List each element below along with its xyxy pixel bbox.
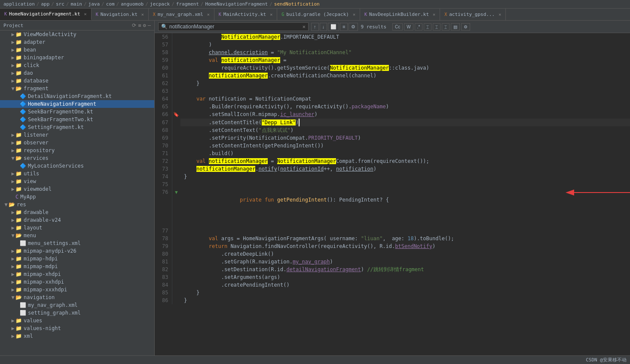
search-opt-cc[interactable]: Cc bbox=[392, 23, 403, 31]
tab-navdeeplink[interactable]: K NavDeepLinkBuilder.kt ✕ bbox=[360, 9, 440, 20]
sidebar-header: Project ⟳ ≡ ⚙ — bbox=[0, 21, 154, 31]
tree-item-mipmap-anydpi[interactable]: ▶ 📁 mipmap-anydpi-v26 bbox=[0, 247, 154, 255]
tab-buildgradle[interactable]: G build.gradle (Jecpack) ✕ bbox=[277, 9, 360, 20]
tree-item-values-night[interactable]: ▶ 📁 values-night bbox=[0, 324, 154, 332]
breadcrumb-jecpack[interactable]: jecpack bbox=[150, 1, 170, 7]
tab-close-gradle[interactable]: ✕ bbox=[353, 12, 355, 17]
tab-label-deep: NavDeepLinkBuilder.kt bbox=[369, 12, 429, 17]
tab-close-deep[interactable]: ✕ bbox=[433, 12, 435, 17]
tree-item-menu[interactable]: ▼ 📂 menu bbox=[0, 232, 154, 239]
tree-item-biningadapter[interactable]: ▶ 📁 biningadapter bbox=[0, 54, 154, 61]
line-row: 62 } bbox=[155, 80, 630, 87]
tree-item-myapp[interactable]: C MyApp bbox=[0, 193, 154, 201]
tree-item-fragment[interactable]: ▼ 📂 fragment bbox=[0, 85, 154, 92]
search-next-button[interactable]: ↓ bbox=[320, 23, 327, 31]
tree-item-mipmap-xxxhdpi[interactable]: ▶ 📁 mipmap-xxxhdpi bbox=[0, 286, 154, 294]
line-number: 61 bbox=[155, 72, 172, 80]
breadcrumb-com[interactable]: com bbox=[106, 1, 115, 7]
tree-item-navigation[interactable]: ▼ 📂 navigation bbox=[0, 294, 154, 301]
tree-item-drawable-v24[interactable]: ▶ 📁 drawable-v24 bbox=[0, 216, 154, 224]
tab-close-homenav[interactable]: ✕ bbox=[84, 12, 87, 16]
tree-item-menu-settings[interactable]: ⬜ menu_settings.xml bbox=[0, 239, 154, 247]
line-number: 84 bbox=[155, 281, 172, 289]
tree-item-services[interactable]: ▼ 📂 services bbox=[0, 154, 154, 162]
tab-homenav[interactable]: K HomeNavigationFragment.kt ✕ bbox=[0, 9, 92, 20]
folder-icon: 📁 bbox=[15, 318, 22, 324]
search-options-button[interactable]: ≡ bbox=[340, 23, 348, 31]
gear-icon[interactable]: ⚙ bbox=[143, 22, 146, 28]
line-content: } bbox=[180, 297, 630, 304]
tab-mainactivity[interactable]: K MainActivity.kt ✕ bbox=[214, 9, 277, 20]
tree-item-viewmodelactivity[interactable]: ▶ 📁 ViewModelActivity bbox=[0, 31, 154, 38]
search-opt-filter-icon[interactable]: ⚙ bbox=[461, 23, 470, 31]
tree-item-settinggraph[interactable]: ⬜ setting_graph.xml bbox=[0, 309, 154, 317]
tab-close-nav[interactable]: ✕ bbox=[141, 12, 144, 17]
tree-item-setting[interactable]: 🔷 SettingFragment.kt bbox=[0, 123, 154, 131]
tree-item-res[interactable]: ▼ 📂 res bbox=[0, 201, 154, 208]
search-input[interactable] bbox=[169, 24, 301, 30]
minus-icon[interactable]: — bbox=[148, 22, 151, 28]
search-nav-buttons: ↑ ↓ ⬜ ≡ ⚙ bbox=[311, 23, 358, 31]
tab-close-main[interactable]: ✕ bbox=[270, 12, 272, 17]
breadcrumb-fragment[interactable]: fragment bbox=[176, 1, 199, 7]
breadcrumb-anguomob[interactable]: anguomob bbox=[121, 1, 144, 7]
tree-item-detailnav[interactable]: 🔷 DetailNavigationFragment.kt bbox=[0, 92, 154, 100]
tree-item-database[interactable]: ▶ 📁 database bbox=[0, 77, 154, 85]
line-gutter bbox=[172, 157, 180, 165]
tree-item-dao[interactable]: ▶ 📁 dao bbox=[0, 69, 154, 77]
search-opt-regex[interactable]: .* bbox=[415, 23, 423, 31]
tree-item-repository[interactable]: ▶ 📁 repository bbox=[0, 147, 154, 154]
tree-item-seekbarone[interactable]: 🔷 SeekBarFragmentOne.kt bbox=[0, 108, 154, 116]
search-opt-w[interactable]: W bbox=[404, 23, 413, 31]
search-opt-insel1[interactable]: ⌶ bbox=[424, 23, 431, 31]
tree-item-observer[interactable]: ▶ 📁 observer bbox=[0, 139, 154, 147]
tree-item-drawable[interactable]: ▶ 📁 drawable bbox=[0, 208, 154, 216]
search-opt-layout[interactable]: ▤ bbox=[451, 23, 460, 31]
line-row: 72 val notificationManager = Notificatio… bbox=[155, 157, 630, 165]
xml-icon: ⬜ bbox=[20, 310, 26, 316]
tab-close-gps[interactable]: ✕ bbox=[498, 12, 501, 17]
tree-item-utils[interactable]: ▶ 📁 utils bbox=[0, 170, 154, 177]
tree-item-values[interactable]: ▶ 📁 values bbox=[0, 317, 154, 324]
breadcrumb-app[interactable]: application bbox=[3, 1, 35, 7]
tree-item-xml[interactable]: ▶ 📁 xml bbox=[0, 332, 154, 340]
tree-item-seekbartwo[interactable]: 🔷 SeekBarFragmentTwo.kt bbox=[0, 116, 154, 123]
tree-item-viewmodel[interactable]: ▶ 📁 viewmodel bbox=[0, 185, 154, 193]
tab-navgraph[interactable]: X my_nav_graph.xml ✕ bbox=[149, 9, 214, 20]
tree-item-mipmap-xhdpi[interactable]: ▶ 📁 mipmap-xhdpi bbox=[0, 270, 154, 278]
code-editor[interactable]: 56 NotificationManager.IMPORTANCE_DEFAUL… bbox=[155, 33, 630, 355]
breadcrumb-main[interactable]: main bbox=[70, 1, 82, 7]
breadcrumb-src[interactable]: src bbox=[56, 1, 64, 7]
tree-item-mipmap-xxhdpi[interactable]: ▶ 📁 mipmap-xxhdpi bbox=[0, 278, 154, 286]
tree-item-layout[interactable]: ▶ 📁 layout bbox=[0, 224, 154, 232]
tree-item-view[interactable]: ▶ 📁 view bbox=[0, 177, 154, 185]
tree-item-homenav[interactable]: 🔷 HomeNavigationFragment bbox=[0, 100, 154, 108]
line-gutter bbox=[172, 103, 180, 110]
tab-close-navgraph[interactable]: ✕ bbox=[207, 12, 210, 17]
tab-navigation[interactable]: K Navigation.kt ✕ bbox=[92, 9, 149, 20]
collapse-icon[interactable]: ≡ bbox=[138, 22, 141, 28]
line-number: 67 bbox=[155, 119, 172, 126]
tree-item-mipmap-hdpi[interactable]: ▶ 📁 mipmap-hdpi bbox=[0, 255, 154, 263]
search-filter-button[interactable]: ⚙ bbox=[349, 23, 358, 31]
sync-icon[interactable]: ⟳ bbox=[132, 22, 136, 28]
tree-item-bean[interactable]: ▶ 📁 bean bbox=[0, 46, 154, 54]
tab-actgps[interactable]: X activity_gpsd... ✕ bbox=[440, 9, 506, 20]
search-opt-insel2[interactable]: ⌶ bbox=[433, 23, 440, 31]
search-prev-button[interactable]: ↑ bbox=[311, 23, 319, 31]
search-clear-button[interactable]: ✕ bbox=[303, 24, 306, 30]
tree-item-mynavgraph[interactable]: ⬜ my_nav_graph.xml bbox=[0, 301, 154, 309]
folder-icon: 📁 bbox=[15, 70, 22, 76]
breadcrumb-java[interactable]: java bbox=[89, 1, 100, 7]
breadcrumb-homenav[interactable]: HomeNavigationFragment bbox=[205, 1, 268, 7]
tree-item-adapter[interactable]: ▶ 📁 adapter bbox=[0, 38, 154, 46]
tree-item-mylocation[interactable]: 🔷 MyLocationServices bbox=[0, 162, 154, 170]
search-opt-insel3[interactable]: ⌶ bbox=[442, 23, 450, 31]
breadcrumb-app2[interactable]: app bbox=[41, 1, 49, 7]
tree-item-mipmap-mdpi[interactable]: ▶ 📁 mipmap-mdpi bbox=[0, 263, 154, 270]
line-content: requireActivity().getSystemService(Notif… bbox=[180, 64, 630, 72]
tree-item-click[interactable]: ▶ 📁 click bbox=[0, 61, 154, 69]
tree-item-listener[interactable]: ▶ 📁 listener bbox=[0, 131, 154, 139]
breadcrumb-sendnotif[interactable]: sendNotification bbox=[274, 1, 320, 7]
search-highlight-button[interactable]: ⬜ bbox=[328, 23, 339, 31]
